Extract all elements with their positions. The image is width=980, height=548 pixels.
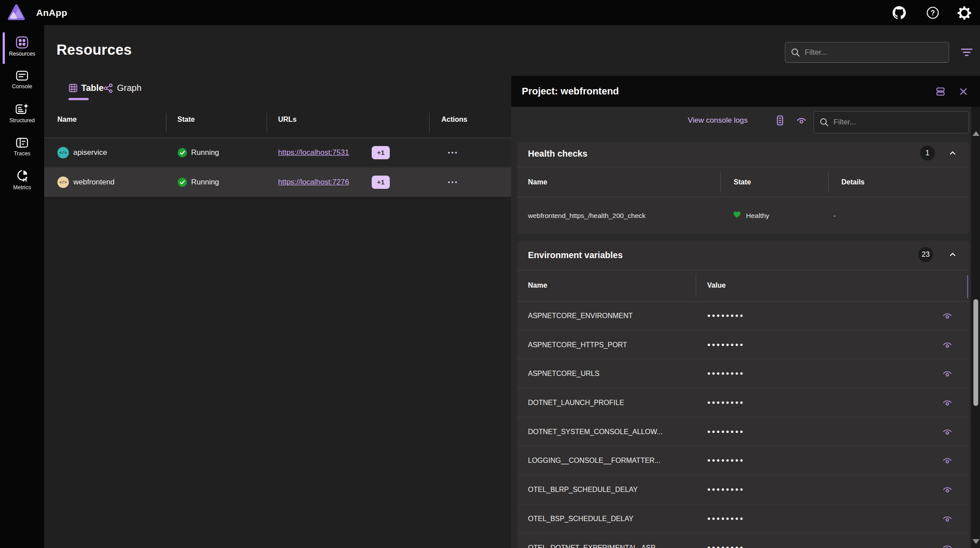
view-console-logs-link[interactable]: View console logs xyxy=(688,116,748,125)
page-title: Resources xyxy=(57,41,132,58)
resource-url-link[interactable]: https://localhost:7531 xyxy=(278,138,349,167)
scrollbar-down-arrow[interactable] xyxy=(972,539,980,544)
env-var-row[interactable]: DOTNET_LAUNCH_PROFILE ●●●●●●●● xyxy=(517,388,969,417)
github-icon[interactable] xyxy=(892,6,906,20)
env-var-row[interactable]: DOTNET_SYSTEM_CONSOLE_ALLOW... ●●●●●●●● xyxy=(517,417,969,447)
resource-name: webfrontend xyxy=(73,168,115,197)
reveal-value-eye-icon[interactable] xyxy=(942,514,953,524)
env-var-name: ASPNETCORE_HTTPS_PORT xyxy=(528,330,627,360)
app-window: AnApp ? xyxy=(0,0,980,548)
hc-column-name: Name xyxy=(528,178,547,186)
reveal-value-eye-icon[interactable] xyxy=(942,543,953,548)
env-var-name: OTEL_BLRP_SCHEDULE_DELAY xyxy=(528,475,638,504)
reveal-value-eye-icon[interactable] xyxy=(942,484,953,495)
more-urls-badge[interactable]: +1 xyxy=(372,146,390,159)
env-var-row[interactable]: OTEL_BLRP_SCHEDULE_DELAY ●●●●●●●● xyxy=(517,475,969,504)
column-header-urls: URLs xyxy=(278,116,297,124)
graph-icon xyxy=(104,83,113,93)
detail-panel-title: Project: webfrontend xyxy=(522,76,619,107)
resource-url-link[interactable]: https://localhost:7276 xyxy=(278,168,349,197)
resource-code-icon: </> xyxy=(57,147,69,158)
column-divider xyxy=(828,171,829,192)
app-logo-icon xyxy=(7,3,26,22)
running-check-icon xyxy=(177,148,187,159)
environment-variables-section: Environment variables 23 Name Value ASPN… xyxy=(517,240,969,548)
tab-table-label: Table xyxy=(81,83,104,93)
more-urls-badge[interactable]: +1 xyxy=(372,176,390,189)
env-var-row[interactable]: ASPNETCORE_HTTPS_PORT ●●●●●●●● xyxy=(517,330,969,360)
env-var-name: LOGGING__CONSOLE__FORMATTER... xyxy=(528,446,660,475)
sidebar-item-console[interactable]: Console xyxy=(0,70,44,90)
resources-filter-input[interactable] xyxy=(785,42,949,63)
panel-filter-field[interactable] xyxy=(833,118,963,127)
sidebar-item-label: Traces xyxy=(0,150,44,157)
health-checks-section: Health checks 1 Name State Details webfr… xyxy=(517,142,969,234)
heart-icon xyxy=(733,210,741,221)
env-var-name: DOTNET_SYSTEM_CONSOLE_ALLOW... xyxy=(528,417,663,447)
running-check-icon xyxy=(177,177,187,189)
reveal-value-eye-icon[interactable] xyxy=(942,368,953,379)
scrollbar-up-arrow[interactable] xyxy=(972,131,980,136)
sidebar-item-label: Metrics xyxy=(0,184,44,191)
panel-filter-input[interactable] xyxy=(814,111,969,133)
console-icon xyxy=(15,70,29,82)
table-grid-icon xyxy=(68,83,78,93)
env-var-masked-value: ●●●●●●●● xyxy=(707,417,744,447)
env-var-masked-value: ●●●●●●●● xyxy=(707,446,744,475)
env-var-row[interactable]: ASPNETCORE_ENVIRONMENT ●●●●●●●● xyxy=(517,301,969,330)
metrics-icon xyxy=(15,169,29,183)
eye-icon[interactable] xyxy=(795,114,808,127)
table-row-apiservice[interactable]: </> apiservice Running https://localhost… xyxy=(44,138,511,167)
state-label: Running xyxy=(191,168,219,197)
hc-column-state: State xyxy=(734,178,751,186)
resources-filter-field[interactable] xyxy=(805,48,943,57)
tab-graph[interactable]: Graph xyxy=(104,83,142,93)
health-details: - xyxy=(833,212,836,220)
env-var-masked-value: ●●●●●●●● xyxy=(707,533,744,548)
env-var-name: ASPNETCORE_ENVIRONMENT xyxy=(528,301,633,330)
env-var-row[interactable]: OTEL_BSP_SCHEDULE_DELAY ●●●●●●●● xyxy=(517,504,969,533)
env-var-row[interactable]: OTEL_DOTNET_EXPERIMENTAL_ASP... ●●●●●●●● xyxy=(517,533,969,548)
row-actions-menu-icon[interactable] xyxy=(444,168,461,197)
detail-panel-header: Project: webfrontend xyxy=(511,76,980,107)
env-var-name: DOTNET_LAUNCH_PROFILE xyxy=(528,388,624,417)
app-title: AnApp xyxy=(36,0,67,25)
document-icon[interactable] xyxy=(773,114,787,127)
table-row-webfrontend-selected[interactable]: </> webfrontend Running https://localhos… xyxy=(44,168,511,197)
column-divider xyxy=(696,274,696,297)
env-var-row[interactable]: LOGGING__CONSOLE__FORMATTER... ●●●●●●●● xyxy=(517,446,969,475)
panel-scrollbar-thumb[interactable] xyxy=(973,299,978,406)
sidebar-item-traces[interactable]: Traces xyxy=(0,137,44,157)
row-actions-menu-icon[interactable] xyxy=(444,138,461,167)
close-icon[interactable] xyxy=(957,85,969,98)
collapse-chevron-icon[interactable] xyxy=(946,147,959,159)
sidebar-item-metrics[interactable]: Metrics xyxy=(0,169,44,191)
section-title: Health checks xyxy=(528,149,588,159)
filter-funnel-icon[interactable] xyxy=(960,45,974,59)
reveal-value-eye-icon[interactable] xyxy=(942,340,953,350)
reveal-value-eye-icon[interactable] xyxy=(942,311,953,321)
tab-table[interactable]: Table xyxy=(68,83,104,93)
traces-icon xyxy=(15,137,29,149)
env-var-name: OTEL_DOTNET_EXPERIMENTAL_ASP... xyxy=(528,533,660,548)
settings-gear-icon[interactable] xyxy=(957,6,971,20)
split-panel-icon[interactable] xyxy=(934,85,946,98)
sidebar-item-structured[interactable]: Structured xyxy=(0,103,44,124)
divider xyxy=(517,167,969,167)
column-divider xyxy=(720,171,721,192)
env-var-masked-value: ●●●●●●●● xyxy=(707,330,744,360)
column-header-state: State xyxy=(177,116,195,124)
reveal-value-eye-icon[interactable] xyxy=(942,455,953,466)
reveal-value-eye-icon[interactable] xyxy=(942,398,953,408)
collapse-chevron-icon[interactable] xyxy=(946,248,959,261)
reveal-value-eye-icon[interactable] xyxy=(942,427,953,437)
sidebar-nav: Resources Console Structured xyxy=(0,25,44,548)
column-divider xyxy=(166,113,166,132)
help-icon[interactable]: ? xyxy=(926,6,940,20)
sidebar-item-resources[interactable]: Resources xyxy=(0,36,44,57)
env-var-row[interactable]: ASPNETCORE_URLS ●●●●●●●● xyxy=(517,359,969,388)
health-check-name: webfrontend_https_/health_200_check xyxy=(528,212,645,220)
column-resize-indicator xyxy=(967,275,968,298)
hc-column-details: Details xyxy=(841,178,864,186)
section-title: Environment variables xyxy=(528,250,623,260)
